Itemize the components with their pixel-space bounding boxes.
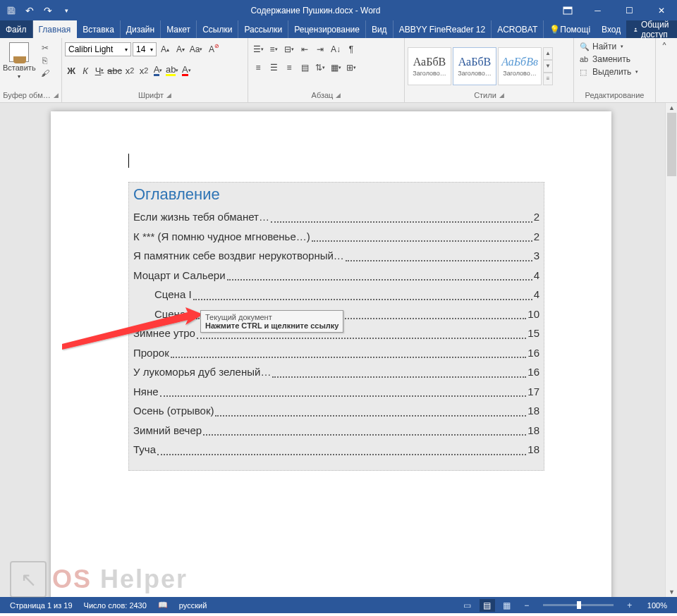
style-heading-1[interactable]: АаБбВ Заголово… [408, 47, 451, 85]
cut-button[interactable]: ✂ [39, 42, 51, 54]
styles-scroll-down[interactable]: ▼ [543, 60, 553, 73]
clipboard-launcher[interactable]: ◢ [54, 92, 59, 99]
text-effects-button[interactable]: A▾ [152, 63, 164, 78]
zoom-in-button[interactable]: + [622, 599, 638, 612]
superscript-button[interactable]: x2 [138, 63, 150, 78]
font-group-label: Шрифт [138, 91, 164, 99]
toc-entry[interactable]: Туча18 [133, 442, 539, 458]
page-status[interactable]: Страница 1 из 19 [4, 601, 78, 610]
justify-button[interactable]: ▤ [298, 61, 312, 75]
zoom-thumb[interactable] [577, 601, 581, 609]
language-status[interactable]: русский [173, 601, 212, 610]
select-label: Выделить [592, 67, 631, 77]
underline-button[interactable]: Ч▾ [93, 63, 106, 78]
paste-button[interactable]: Вставить ▾ [3, 39, 36, 80]
toc-entry[interactable]: Я памятник себе воздвиг нерукотворный…3 [133, 248, 539, 264]
copy-button[interactable]: ⎘ [39, 55, 51, 66]
styles-launcher[interactable]: ◢ [499, 92, 504, 99]
toc-leader-dots [215, 403, 526, 417]
increase-indent-button[interactable]: ⇥ [313, 42, 327, 56]
zoom-level[interactable]: 100% [642, 601, 673, 610]
font-launcher[interactable]: ◢ [166, 92, 171, 99]
tab-review[interactable]: Рецензирование [288, 20, 366, 38]
bold-button[interactable]: Ж [65, 63, 78, 78]
align-center-button[interactable]: ☰ [267, 61, 281, 75]
minimize-button[interactable]: ─ [582, 0, 614, 20]
clear-formatting-button[interactable]: A⊘ [205, 42, 219, 56]
font-name-select[interactable]: Calibri Light▾ [65, 42, 131, 56]
show-marks-button[interactable]: ¶ [344, 42, 358, 56]
zoom-out-button[interactable]: − [519, 599, 535, 612]
toc-entry[interactable]: Сцена I4 [133, 287, 539, 303]
toc-entry[interactable]: Если жизнь тебя обманет…2 [133, 209, 539, 226]
toc-entry[interactable]: У лукоморья дуб зеленый…16 [133, 364, 539, 381]
decrease-indent-button[interactable]: ⇤ [298, 42, 312, 56]
shrink-font-button[interactable]: A▾ [173, 42, 188, 56]
read-mode-button[interactable]: ▭ [460, 599, 475, 612]
collapse-ribbon-button[interactable]: ˄ [656, 38, 673, 102]
subscript-button[interactable]: x2 [123, 63, 136, 78]
toc-entry-page: 16 [527, 345, 539, 362]
shading-button[interactable]: ▦▾ [329, 61, 343, 75]
paragraph-launcher[interactable]: ◢ [336, 92, 341, 99]
grow-font-button[interactable]: A▴ [158, 42, 172, 56]
toc-entry[interactable]: Осень (отрывок)18 [133, 403, 539, 419]
ribbon-display-button[interactable] [554, 6, 582, 15]
tab-home[interactable]: Главная [33, 20, 78, 38]
word-count[interactable]: Число слов: 2430 [78, 601, 152, 610]
maximize-button[interactable]: ☐ [614, 0, 645, 20]
group-styles: АаБбВ Заголово… АаБбВ Заголово… АаБбВв З… [405, 38, 574, 102]
scroll-down-button[interactable]: ▼ [666, 587, 677, 597]
strikethrough-button[interactable]: abc [107, 63, 122, 78]
tab-design[interactable]: Дизайн [121, 20, 161, 38]
italic-button[interactable]: К [79, 63, 92, 78]
styles-expand[interactable]: ≡ [543, 73, 553, 85]
save-button[interactable] [3, 2, 20, 19]
close-button[interactable]: ✕ [645, 0, 677, 20]
numbering-button[interactable]: ≡▾ [267, 42, 281, 56]
spell-check-icon[interactable]: 📖 [152, 600, 173, 610]
tab-view[interactable]: Вид [366, 20, 394, 38]
toc-entry[interactable]: Моцарт и Сальери4 [133, 268, 539, 284]
toc-entry[interactable]: Няне17 [133, 384, 539, 400]
undo-button[interactable]: ↶ [21, 2, 38, 19]
align-left-button[interactable]: ≡ [251, 61, 265, 75]
format-painter-button[interactable]: 🖌 [39, 68, 51, 79]
sort-button[interactable]: A↓ [329, 42, 343, 56]
replace-button[interactable]: abЗаменить [577, 54, 633, 65]
style-heading-3[interactable]: АаБбВв Заголово… [498, 47, 542, 85]
font-color-button[interactable]: A▾ [180, 63, 193, 78]
share-button[interactable]: Общий доступ [626, 20, 677, 38]
highlight-button[interactable]: ab▾ [166, 63, 178, 78]
sign-in-button[interactable]: Вход [596, 20, 626, 38]
multilevel-list-button[interactable]: ⊟▾ [282, 42, 296, 56]
tell-me[interactable]: 💡 Помощі [544, 20, 596, 38]
tab-references[interactable]: Ссылки [197, 20, 238, 38]
print-layout-button[interactable]: ▤ [480, 599, 495, 612]
change-case-button[interactable]: Aa▾ [189, 42, 203, 56]
vertical-scrollbar[interactable]: ▲ ▼ [665, 103, 677, 597]
zoom-slider[interactable] [543, 604, 614, 606]
tab-layout[interactable]: Макет [161, 20, 197, 38]
styles-scroll-up[interactable]: ▲ [543, 47, 553, 60]
toc-entry[interactable]: К *** (Я помню чудное мгновенье…)2 [133, 229, 539, 245]
tab-file[interactable]: Файл [0, 20, 33, 38]
toc-entry[interactable]: Зимний вечер18 [133, 423, 539, 439]
scroll-up-button[interactable]: ▲ [666, 103, 677, 113]
tab-acrobat[interactable]: ACROBAT [492, 20, 544, 38]
borders-button[interactable]: ⊞▾ [344, 61, 358, 75]
align-right-button[interactable]: ≡ [282, 61, 296, 75]
bullets-button[interactable]: ☰▾ [251, 42, 265, 56]
find-button[interactable]: 🔍Найти▾ [577, 41, 626, 52]
tab-abbyy[interactable]: ABBYY FineReader 12 [394, 20, 492, 38]
select-button[interactable]: ⬚Выделить▾ [577, 66, 641, 78]
tab-mailings[interactable]: Рассылки [238, 20, 288, 38]
qat-customize-button[interactable]: ▾ [58, 2, 75, 19]
font-size-select[interactable]: 14▾ [133, 42, 157, 56]
tab-insert[interactable]: Вставка [77, 20, 121, 38]
style-heading-2[interactable]: АаБбВ Заголово… [453, 47, 496, 85]
line-spacing-button[interactable]: ⇅▾ [313, 61, 327, 75]
scroll-thumb[interactable] [667, 113, 676, 176]
redo-button[interactable]: ↷ [39, 2, 56, 19]
web-layout-button[interactable]: ▦ [499, 599, 515, 612]
